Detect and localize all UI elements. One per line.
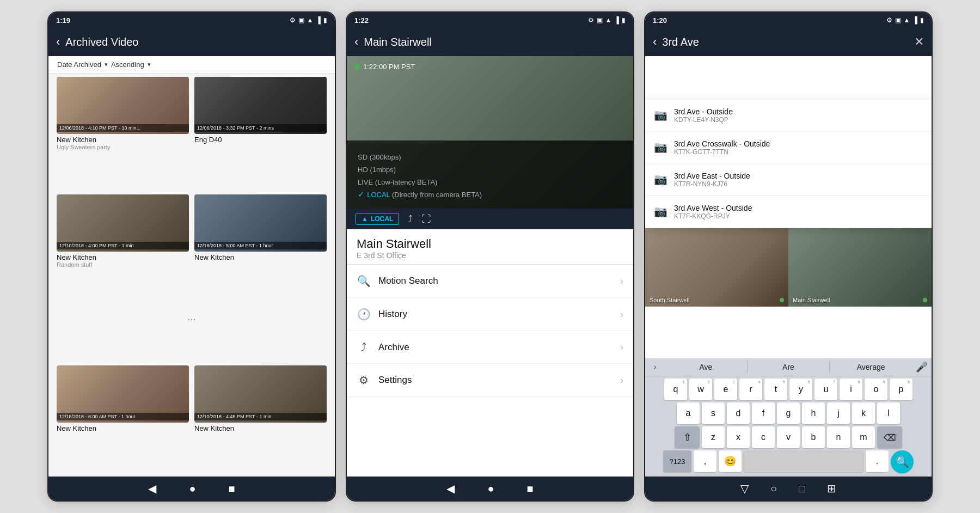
sort-order-label[interactable]: Ascending: [111, 60, 144, 69]
kb-spacebar[interactable]: [744, 450, 863, 472]
cam-thumb-main-stairwell[interactable]: Main Stairwell: [788, 225, 932, 307]
back-nav-btn-2[interactable]: ◀: [446, 482, 455, 495]
sort-date-arrow[interactable]: ▾: [105, 61, 108, 68]
video-item-5[interactable]: 12/10/2018 - 4:45 PM PST - 1 min New Kit…: [194, 365, 327, 471]
sort-order-arrow[interactable]: ▾: [148, 61, 151, 68]
kb-emoji-key[interactable]: 😊: [719, 450, 742, 472]
video-thumb-0[interactable]: 12/06/2018 - 4:10 PM PST - 10 min...: [57, 77, 189, 134]
kb-key-r[interactable]: 4r: [739, 378, 762, 400]
suggestion-word-1[interactable]: Are: [748, 361, 830, 374]
video-item-4[interactable]: 12/18/2018 - 6:00 AM PST - 1 hour New Ki…: [57, 365, 189, 471]
suggestion-word-2[interactable]: Average: [830, 361, 912, 374]
menu-arrow-motion-search: ›: [620, 276, 623, 287]
cam-live-dot-1: [923, 298, 927, 302]
kb-num-switch-key[interactable]: ?123: [663, 450, 691, 472]
kb-key-l[interactable]: l: [877, 402, 900, 424]
home-nav-btn-2[interactable]: ●: [487, 483, 494, 495]
menu-item-history[interactable]: 🕐 History ›: [347, 298, 633, 331]
share-icon[interactable]: ⤴: [408, 213, 413, 225]
kb-key-s[interactable]: s: [702, 402, 725, 424]
video-item-3[interactable]: 12/18/2018 - 5:00 AM PST - 1 hour New Ki…: [194, 194, 327, 308]
kb-key-f[interactable]: f: [752, 402, 775, 424]
menu-item-archive[interactable]: ⤴ Archive ›: [347, 331, 633, 364]
kb-key-i[interactable]: 8i: [840, 378, 862, 400]
kb-key-o[interactable]: 9o: [865, 378, 887, 400]
kb-key-c[interactable]: c: [752, 426, 775, 448]
kb-key-n[interactable]: n: [827, 426, 850, 448]
video-thumb-3[interactable]: 12/18/2018 - 5:00 AM PST - 1 hour: [194, 194, 327, 252]
history-icon: 🕐: [357, 308, 371, 321]
kb-key-v[interactable]: v: [777, 426, 800, 448]
video-item-1[interactable]: 12/06/2018 - 3:32 PM PST - 2 mins Eng D4…: [194, 77, 327, 190]
video-thumb-2[interactable]: 12/10/2018 - 4:00 PM PST - 1 min: [57, 194, 189, 252]
video-item-2[interactable]: 12/10/2018 - 4:00 PM PST - 1 min New Kit…: [57, 194, 189, 308]
recent-nav-btn-1[interactable]: ■: [229, 483, 235, 495]
quality-local[interactable]: LOCAL (Directly from camera BETA): [358, 188, 622, 201]
kb-key-k[interactable]: k: [852, 402, 875, 424]
back-button-2[interactable]: ‹: [354, 35, 358, 49]
kb-key-t[interactable]: 5t: [764, 378, 787, 400]
video-title-5: New Kitchen: [194, 424, 327, 432]
kb-key-a[interactable]: a: [677, 402, 700, 424]
dropdown-item-0[interactable]: 📷 3rd Ave - Outside KDTY-LE4Y-N3QP: [645, 100, 932, 132]
video-thumb-4[interactable]: 12/18/2018 - 6:00 AM PST - 1 hour: [57, 365, 189, 423]
kb-search-key[interactable]: 🔍: [891, 450, 914, 473]
kb-key-z[interactable]: z: [702, 426, 725, 448]
kb-comma-key[interactable]: ,: [694, 450, 716, 472]
kb-key-d[interactable]: d: [727, 402, 750, 424]
kb-key-h[interactable]: h: [802, 402, 825, 424]
status-icons-2: ⚙ ▣ ▲ ▐ ▮: [588, 16, 626, 24]
recent-nav-btn-2[interactable]: ■: [527, 483, 534, 495]
status-icons-1: ⚙ ▣ ▲ ▐ ▮: [290, 16, 327, 24]
phone-screen3: 1:20 ⚙ ▣ ▲ ▐ ▮ ‹ 3rd Ave ✕ 📷 3rd Ave - O…: [644, 11, 933, 502]
video-thumb-5[interactable]: 12/10/2018 - 4:45 PM PST - 1 min: [194, 365, 327, 423]
camera-info-section: Main Stairwell E 3rd St Office: [347, 229, 633, 265]
home-nav-btn-3[interactable]: ○: [770, 483, 777, 495]
kb-shift-key[interactable]: ⇧: [675, 426, 700, 448]
back-button-1[interactable]: ‹: [56, 35, 60, 49]
kb-key-w[interactable]: 2w: [689, 378, 712, 400]
back-nav-btn-3[interactable]: ▽: [740, 482, 749, 495]
suggestions-expand-btn[interactable]: ›: [645, 362, 665, 372]
dropdown-item-3[interactable]: 📷 3rd Ave West - Outside KT7F-KKQG-RPJY: [645, 196, 932, 228]
video-item-0[interactable]: 12/06/2018 - 4:10 PM PST - 10 min... New…: [57, 77, 189, 190]
quality-sd[interactable]: SD (300kbps): [358, 150, 622, 163]
sort-date-label[interactable]: Date Archived: [57, 60, 101, 69]
cam-thumb-south-stairwell[interactable]: South Stairwell: [645, 225, 788, 307]
camera-name: Main Stairwell: [357, 237, 623, 251]
keyboard-nav-btn-3[interactable]: ⊞: [827, 482, 836, 495]
kb-key-e[interactable]: 3e: [714, 378, 737, 400]
kb-key-x[interactable]: x: [727, 426, 750, 448]
recent-nav-btn-3[interactable]: □: [799, 483, 805, 495]
quality-overlay: SD (300kbps) HD (1mbps) LIVE (Low-latenc…: [347, 141, 633, 209]
kb-key-q[interactable]: 1q: [664, 378, 687, 400]
kb-period-key[interactable]: .: [866, 450, 889, 472]
menu-item-settings[interactable]: ⚙ Settings ›: [347, 364, 633, 397]
back-button-3[interactable]: ‹: [653, 35, 657, 49]
dropdown-item-1[interactable]: 📷 3rd Ave Crosswalk - Outside KT7K-GCTT-…: [645, 132, 932, 164]
fullscreen-icon[interactable]: ⛶: [421, 213, 431, 225]
bottom-nav-1: ◀ ● ■: [48, 477, 335, 500]
suggestion-word-0[interactable]: Ave: [665, 361, 748, 374]
kb-key-g[interactable]: g: [777, 402, 800, 424]
dd-text-1: 3rd Ave Crosswalk - Outside KT7K-GCTT-7T…: [674, 139, 770, 156]
mic-icon[interactable]: 🎤: [912, 361, 932, 373]
menu-item-motion-search[interactable]: 🔍 Motion Search ›: [347, 265, 633, 298]
kb-key-y[interactable]: 6y: [789, 378, 812, 400]
home-nav-btn-1[interactable]: ●: [189, 483, 195, 495]
quality-live[interactable]: LIVE (Low-latency BETA): [358, 175, 622, 188]
kb-key-j[interactable]: j: [827, 402, 850, 424]
kb-key-u[interactable]: 7u: [814, 378, 837, 400]
dropdown-item-2[interactable]: 📷 3rd Ave East - Outside KT7R-NYN9-KJ76: [645, 164, 932, 196]
back-nav-btn-1[interactable]: ◀: [148, 482, 156, 495]
quality-hd[interactable]: HD (1mbps): [358, 163, 622, 175]
video-title-0: New Kitchen: [57, 136, 189, 144]
kb-key-p[interactable]: 0p: [890, 378, 912, 400]
local-badge-btn[interactable]: ▲ LOCAL: [356, 213, 399, 225]
kb-delete-key[interactable]: ⌫: [877, 426, 902, 448]
close-button-3[interactable]: ✕: [914, 35, 924, 49]
video-thumb-1[interactable]: 12/06/2018 - 3:32 PM PST - 2 mins: [194, 77, 327, 134]
signal-icon-2: ▐: [614, 16, 619, 24]
kb-key-m[interactable]: m: [852, 426, 875, 448]
kb-key-b[interactable]: b: [802, 426, 825, 448]
